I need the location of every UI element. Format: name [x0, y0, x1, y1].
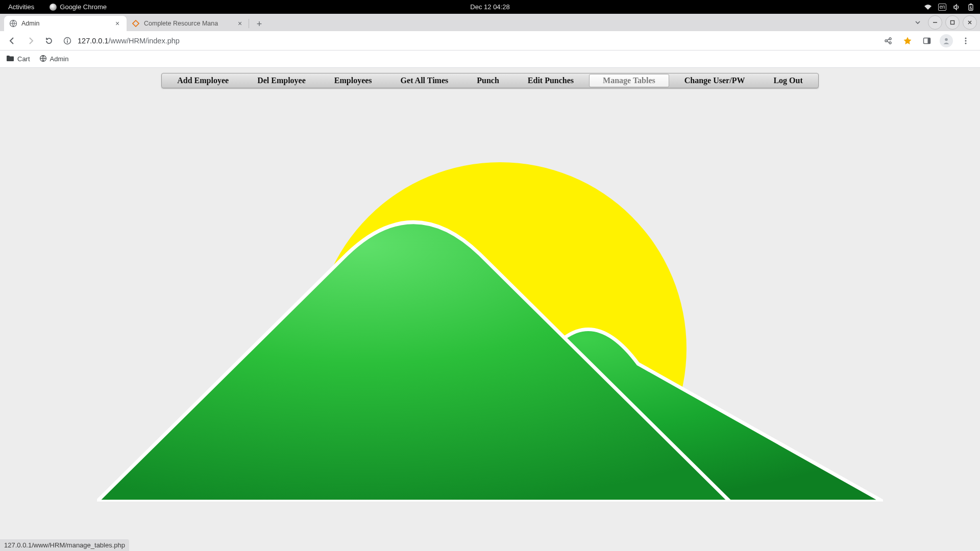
window-minimize-button[interactable]	[928, 15, 942, 30]
window-maximize-button[interactable]	[945, 15, 960, 30]
menu-item-get-all-times[interactable]: Get All Times	[386, 74, 463, 87]
back-button[interactable]	[4, 33, 20, 49]
folder-icon	[6, 55, 14, 63]
browser-tab-active[interactable]: Admin ×	[4, 16, 127, 31]
svg-point-5	[67, 39, 68, 40]
gnome-system-tray[interactable]: en	[924, 4, 975, 11]
menu-item-employees[interactable]: Employees	[320, 74, 386, 87]
menu-item-log-out[interactable]: Log Out	[759, 74, 817, 87]
menu-item-add-employee[interactable]: Add Employee	[163, 74, 243, 87]
bookmark-label: Admin	[50, 55, 69, 63]
wifi-icon	[924, 4, 932, 11]
svg-point-12	[945, 38, 948, 41]
menu-item-edit-punches[interactable]: Edit Punches	[513, 74, 588, 87]
bookmark-admin[interactable]: Admin	[39, 55, 69, 64]
gnome-top-bar: Activities Google Chrome Dec 12 04:28 en	[0, 0, 980, 14]
reload-button[interactable]	[41, 33, 57, 49]
menu-item-punch[interactable]: Punch	[462, 74, 513, 87]
svg-rect-6	[67, 40, 68, 43]
chrome-icon	[50, 4, 57, 11]
bookmark-star-icon[interactable]	[900, 34, 915, 48]
globe-icon	[39, 55, 47, 64]
tab-title: Admin	[21, 20, 109, 27]
svg-point-7	[885, 40, 887, 42]
landscape-logo	[97, 98, 883, 504]
chrome-toolbar: 127.0.0.1/www/HRM/index.php	[0, 31, 980, 51]
menu-item-del-employee[interactable]: Del Employee	[243, 74, 320, 87]
svg-point-14	[965, 40, 967, 41]
gnome-app-name: Google Chrome	[60, 3, 107, 11]
profile-button[interactable]	[939, 34, 953, 48]
globe-icon	[9, 19, 17, 28]
close-icon[interactable]: ×	[113, 19, 121, 28]
svg-point-15	[965, 42, 967, 44]
gnome-current-app[interactable]: Google Chrome	[50, 3, 107, 11]
keyboard-layout-icon: en	[938, 4, 946, 11]
page-content: Add EmployeeDel EmployeeEmployeesGet All…	[0, 68, 980, 551]
url-text: 127.0.0.1/www/HRM/index.php	[78, 37, 180, 45]
address-bar[interactable]: 127.0.0.1/www/HRM/index.php	[59, 33, 183, 48]
menu-item-manage-tables[interactable]: Manage Tables	[589, 74, 669, 87]
bookmarks-bar: Cart Admin	[0, 51, 980, 68]
tab-title: Complete Resource Mana	[144, 20, 232, 27]
volume-icon	[952, 4, 961, 11]
tabs-dropdown-button[interactable]	[911, 15, 925, 30]
forward-button[interactable]	[22, 33, 39, 49]
svg-rect-11	[928, 38, 930, 43]
side-panel-icon[interactable]	[920, 34, 934, 48]
browser-tab-inactive[interactable]: Complete Resource Mana ×	[127, 16, 249, 31]
close-icon[interactable]: ×	[236, 19, 244, 28]
chrome-tab-strip: Admin × Complete Resource Mana × +	[0, 14, 980, 31]
avatar-icon	[940, 34, 953, 47]
bookmark-label: Cart	[17, 55, 30, 63]
new-tab-button[interactable]: +	[252, 17, 266, 31]
bookmark-cart[interactable]: Cart	[6, 55, 30, 63]
svg-point-9	[889, 42, 891, 44]
admin-menu-bar: Add EmployeeDel EmployeeEmployeesGet All…	[161, 73, 819, 88]
window-close-button[interactable]	[963, 15, 977, 30]
chrome-menu-button[interactable]	[959, 34, 973, 48]
share-icon[interactable]	[881, 34, 895, 48]
link-status-bar: 127.0.0.1/www/HRM/manage_tables.php	[0, 539, 129, 551]
menu-item-change-user-pw[interactable]: Change User/PW	[670, 74, 760, 87]
gnome-clock[interactable]: Dec 12 04:28	[470, 3, 509, 11]
power-icon	[967, 4, 975, 11]
svg-point-8	[889, 38, 891, 40]
svg-rect-1	[970, 4, 972, 5]
diamond-icon	[132, 19, 140, 28]
svg-rect-3	[951, 21, 954, 24]
site-info-icon[interactable]	[62, 37, 72, 45]
svg-point-13	[965, 37, 967, 39]
gnome-activities[interactable]: Activities	[5, 3, 37, 11]
